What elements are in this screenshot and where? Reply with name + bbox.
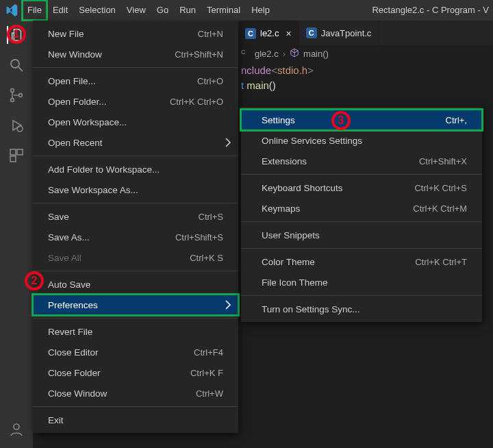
tab-active-label: le2.c xyxy=(260,28,279,38)
menu-separator xyxy=(33,67,238,68)
submenu-extensions[interactable]: ExtensionsCtrl+Shift+X xyxy=(241,151,482,171)
tab-inactive-label: JavaTpoint.c xyxy=(321,28,372,38)
breadcrumb-function: main() xyxy=(303,49,329,59)
cube-icon xyxy=(290,48,299,60)
menu-save-workspace-as[interactable]: Save Workspace As... xyxy=(33,179,238,200)
menu-close-window[interactable]: Close WindowCtrl+W xyxy=(33,383,238,403)
menu-add-folder[interactable]: Add Folder to Workspace... xyxy=(33,159,238,179)
svg-point-2 xyxy=(11,89,14,92)
preferences-submenu: SettingsCtrl+, Online Services Settings … xyxy=(241,107,482,322)
menu-terminal[interactable]: Terminal xyxy=(201,0,246,21)
svg-point-9 xyxy=(14,424,19,430)
breadcrumb-file: gle2.c xyxy=(255,49,279,59)
vscode-logo-icon xyxy=(5,4,18,16)
svg-line-1 xyxy=(18,67,23,71)
menu-new-file[interactable]: New FileCtrl+N xyxy=(33,23,238,44)
submenu-keyboard-shortcuts[interactable]: Keyboard ShortcutsCtrl+K Ctrl+S xyxy=(241,177,482,198)
menu-open-recent[interactable]: Open Recent xyxy=(33,132,238,153)
menu-edit[interactable]: Edit xyxy=(47,0,73,21)
account-icon[interactable] xyxy=(8,421,25,438)
svg-rect-6 xyxy=(10,149,16,155)
menu-close-editor[interactable]: Close EditorCtrl+F4 xyxy=(33,342,238,362)
menu-save[interactable]: SaveCtrl+S xyxy=(33,206,238,227)
menu-view[interactable]: View xyxy=(121,0,151,21)
menu-separator xyxy=(33,203,238,203)
tab-inactive-file[interactable]: C JavaTpoint.c xyxy=(299,21,379,45)
menu-open-file[interactable]: Open File...Ctrl+O xyxy=(33,71,238,91)
svg-rect-7 xyxy=(17,149,23,155)
extensions-icon[interactable] xyxy=(8,147,25,164)
svg-point-5 xyxy=(17,126,23,132)
menu-open-workspace[interactable]: Open Workspace... xyxy=(33,112,238,132)
code-line-1: nclude<stdio.h> xyxy=(241,63,493,78)
annotation-1: 1 xyxy=(7,25,26,44)
source-control-icon[interactable] xyxy=(8,86,25,104)
menu-separator xyxy=(33,406,238,407)
svg-rect-8 xyxy=(10,156,16,162)
menu-separator xyxy=(33,271,238,271)
window-title: Rectangle2.c - C Program - V xyxy=(372,0,489,21)
menu-separator xyxy=(241,174,482,175)
menu-file[interactable]: File xyxy=(22,0,47,21)
menu-separator xyxy=(241,295,482,296)
menu-separator xyxy=(241,221,482,222)
submenu-settings[interactable]: SettingsCtrl+, xyxy=(241,110,482,130)
menu-auto-save[interactable]: Auto Save xyxy=(33,274,238,295)
menu-save-as[interactable]: Save As...Ctrl+Shift+S xyxy=(33,227,238,247)
menu-run[interactable]: Run xyxy=(174,0,201,21)
annotation-2: 2 xyxy=(25,271,44,290)
title-bar: File Edit Selection View Go Run Terminal… xyxy=(0,0,493,21)
file-menu-dropdown: New FileCtrl+N New WindowCtrl+Shift+N Op… xyxy=(33,21,238,433)
menu-open-folder[interactable]: Open Folder...Ctrl+K Ctrl+O xyxy=(33,91,238,112)
tab-close-button[interactable]: × xyxy=(286,28,291,39)
chevron-right-icon xyxy=(225,300,231,312)
code-line-2: t main() xyxy=(241,78,493,93)
menu-new-window[interactable]: New WindowCtrl+Shift+N xyxy=(33,44,238,64)
menu-close-folder[interactable]: Close FolderCtrl+K F xyxy=(33,362,238,383)
menu-save-all[interactable]: Save AllCtrl+K S xyxy=(33,247,238,268)
submenu-online-settings[interactable]: Online Services Settings xyxy=(241,130,482,151)
activity-bar xyxy=(0,21,33,448)
svg-point-0 xyxy=(11,60,19,68)
menu-go[interactable]: Go xyxy=(151,0,174,21)
chevron-right-icon: › xyxy=(283,49,286,59)
svg-point-4 xyxy=(19,94,23,97)
tab-active-file[interactable]: C le2.c × xyxy=(238,21,299,45)
menu-separator xyxy=(241,248,482,249)
chevron-right-icon xyxy=(225,138,231,149)
annotation-3: 3 xyxy=(331,111,351,130)
menu-preferences[interactable]: Preferences xyxy=(33,295,238,315)
menu-revert-file[interactable]: Revert File xyxy=(33,321,238,342)
submenu-color-theme[interactable]: Color ThemeCtrl+K Ctrl+T xyxy=(241,251,482,272)
search-icon[interactable] xyxy=(8,56,25,74)
menu-separator xyxy=(33,318,238,319)
menu-selection[interactable]: Selection xyxy=(73,0,121,21)
c-language-icon: C xyxy=(306,27,317,38)
submenu-settings-sync[interactable]: Turn on Settings Sync... xyxy=(241,299,482,319)
svg-point-3 xyxy=(11,99,14,102)
submenu-keymaps[interactable]: KeymapsCtrl+K Ctrl+M xyxy=(241,198,482,219)
menu-exit[interactable]: Exit xyxy=(33,410,238,430)
menu-help[interactable]: Help xyxy=(246,0,275,21)
run-debug-icon[interactable] xyxy=(8,116,25,134)
menu-separator xyxy=(33,155,238,156)
submenu-file-icon-theme[interactable]: File Icon Theme xyxy=(241,272,482,293)
c-language-icon: C xyxy=(241,49,251,58)
submenu-user-snippets[interactable]: User Snippets xyxy=(241,225,482,245)
c-language-icon: C xyxy=(245,28,256,39)
